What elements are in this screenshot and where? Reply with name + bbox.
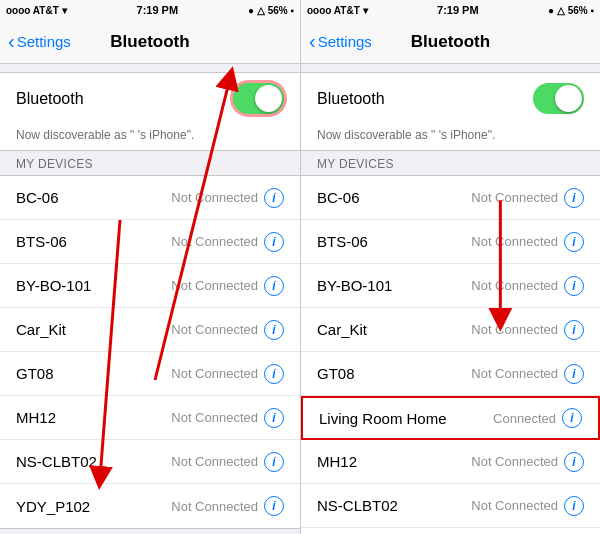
device-status: Not Connected i <box>171 276 284 296</box>
device-name: MH12 <box>16 409 56 426</box>
left-back-button[interactable]: ‹ Settings <box>8 30 71 53</box>
info-icon[interactable]: i <box>564 276 584 296</box>
info-icon[interactable]: i <box>264 232 284 252</box>
device-status-text: Not Connected <box>171 454 258 469</box>
left-my-devices-header: MY DEVICES <box>0 151 300 175</box>
device-status-text: Not Connected <box>171 234 258 249</box>
left-toggle-knob <box>255 85 282 112</box>
device-status-text: Not Connected <box>171 410 258 425</box>
device-status: Not Connected i <box>171 188 284 208</box>
table-row[interactable]: NS-CLBT02 Not Connected i <box>301 484 600 528</box>
left-screen: oooo AT&T ▾ 7:19 PM ● △ 56% ▪ ‹ Settings… <box>0 0 300 534</box>
table-row[interactable]: BY-BO-101 Not Connected i <box>301 264 600 308</box>
device-name: MH12 <box>317 453 357 470</box>
info-icon[interactable]: i <box>264 276 284 296</box>
left-nav-bar: ‹ Settings Bluetooth <box>0 20 300 64</box>
device-status-text: Not Connected <box>171 499 258 514</box>
left-status-right: ● △ 56% ▪ <box>248 5 294 16</box>
info-icon[interactable]: i <box>564 364 584 384</box>
table-row[interactable]: MH12 Not Connected i <box>301 440 600 484</box>
device-name: Car_Kit <box>16 321 66 338</box>
left-status-time: 7:19 PM <box>137 4 179 16</box>
table-row[interactable]: BTS-06 Not Connected i <box>0 220 300 264</box>
right-back-button[interactable]: ‹ Settings <box>309 30 372 53</box>
info-icon[interactable]: i <box>264 496 284 516</box>
right-toggle-knob <box>555 85 582 112</box>
living-room-home-name: Living Room Home <box>319 410 447 427</box>
info-icon[interactable]: i <box>564 232 584 252</box>
device-status: Not Connected i <box>471 364 584 384</box>
left-bt-toggle[interactable] <box>233 83 284 114</box>
device-status: Not Connected i <box>171 496 284 516</box>
device-status: Not Connected i <box>471 320 584 340</box>
device-status: Not Connected i <box>471 452 584 472</box>
table-row[interactable]: BTS-06 Not Connected i <box>301 220 600 264</box>
right-status-right: ● △ 56% ▪ <box>548 5 594 16</box>
device-status-text: Not Connected <box>171 366 258 381</box>
info-icon[interactable]: i <box>264 364 284 384</box>
device-name: NS-CLBT02 <box>317 497 398 514</box>
table-row[interactable]: BC-06 Not Connected i <box>301 176 600 220</box>
table-row[interactable]: GT08 Not Connected i <box>301 352 600 396</box>
living-room-home-connected-row[interactable]: Living Room Home Connected i <box>301 396 600 440</box>
left-device-list: BC-06 Not Connected i BTS-06 Not Connect… <box>0 175 300 529</box>
device-status-text: Not Connected <box>471 322 558 337</box>
right-screen: oooo AT&T ▾ 7:19 PM ● △ 56% ▪ ‹ Settings… <box>300 0 600 534</box>
right-device-list: BC-06 Not Connected i BTS-06 Not Connect… <box>301 175 600 534</box>
table-row[interactable]: YDY_P102 Not Connected i <box>0 484 300 528</box>
left-bt-label: Bluetooth <box>16 90 84 108</box>
device-status-text: Not Connected <box>471 454 558 469</box>
table-row[interactable]: MH12 Not Connected i <box>0 396 300 440</box>
right-status-time: 7:19 PM <box>437 4 479 16</box>
right-bt-toggle[interactable] <box>533 83 584 114</box>
table-row[interactable]: GT08 Not Connected i <box>0 352 300 396</box>
device-status-text: Not Connected <box>471 366 558 381</box>
info-icon[interactable]: i <box>564 452 584 472</box>
right-my-devices-header: MY DEVICES <box>301 151 600 175</box>
right-nav-title: Bluetooth <box>411 32 490 52</box>
left-nav-title: Bluetooth <box>110 32 189 52</box>
device-name: Car_Kit <box>317 321 367 338</box>
device-status: Not Connected i <box>171 232 284 252</box>
device-status: Not Connected i <box>471 496 584 516</box>
left-back-label: Settings <box>17 33 71 50</box>
table-row[interactable]: NS-CLBT02 Not Connected i <box>0 440 300 484</box>
device-status-text: Not Connected <box>171 322 258 337</box>
info-icon[interactable]: i <box>562 408 582 428</box>
device-name: BTS-06 <box>317 233 368 250</box>
device-status-text: Not Connected <box>171 190 258 205</box>
device-status: Not Connected i <box>471 276 584 296</box>
table-row[interactable]: BC-06 Not Connected i <box>0 176 300 220</box>
device-status: Connected i <box>493 408 582 428</box>
info-icon[interactable]: i <box>564 496 584 516</box>
info-icon[interactable]: i <box>264 408 284 428</box>
right-bt-label: Bluetooth <box>317 90 385 108</box>
table-row[interactable]: Car_Kit Not Connected i <box>0 308 300 352</box>
device-status: Not Connected i <box>471 232 584 252</box>
right-status-left: oooo AT&T ▾ <box>307 5 368 16</box>
device-status-text: Not Connected <box>471 190 558 205</box>
table-row[interactable]: BY-BO-101 Not Connected i <box>0 264 300 308</box>
connected-status-text: Connected <box>493 411 556 426</box>
table-row[interactable]: YDY_P102 Not Connected i <box>301 528 600 534</box>
info-icon[interactable]: i <box>264 188 284 208</box>
device-name: GT08 <box>317 365 355 382</box>
right-bt-toggle-section: Bluetooth Now discoverable as " 's iPhon… <box>301 72 600 151</box>
info-icon[interactable]: i <box>264 320 284 340</box>
info-icon[interactable]: i <box>564 320 584 340</box>
right-back-chevron-icon: ‹ <box>309 30 316 53</box>
info-icon[interactable]: i <box>264 452 284 472</box>
left-status-left: oooo AT&T ▾ <box>6 5 67 16</box>
table-row[interactable]: Car_Kit Not Connected i <box>301 308 600 352</box>
right-bt-toggle-row: Bluetooth <box>301 73 600 124</box>
left-status-bar: oooo AT&T ▾ 7:19 PM ● △ 56% ▪ <box>0 0 300 20</box>
right-status-bar: oooo AT&T ▾ 7:19 PM ● △ 56% ▪ <box>301 0 600 20</box>
right-discoverable-text: Now discoverable as " 's iPhone". <box>301 124 600 150</box>
right-back-label: Settings <box>318 33 372 50</box>
info-icon[interactable]: i <box>564 188 584 208</box>
device-name: BTS-06 <box>16 233 67 250</box>
device-name: GT08 <box>16 365 54 382</box>
device-status: Not Connected i <box>471 188 584 208</box>
device-name: YDY_P102 <box>16 498 90 515</box>
left-bt-toggle-row: Bluetooth <box>0 73 300 124</box>
